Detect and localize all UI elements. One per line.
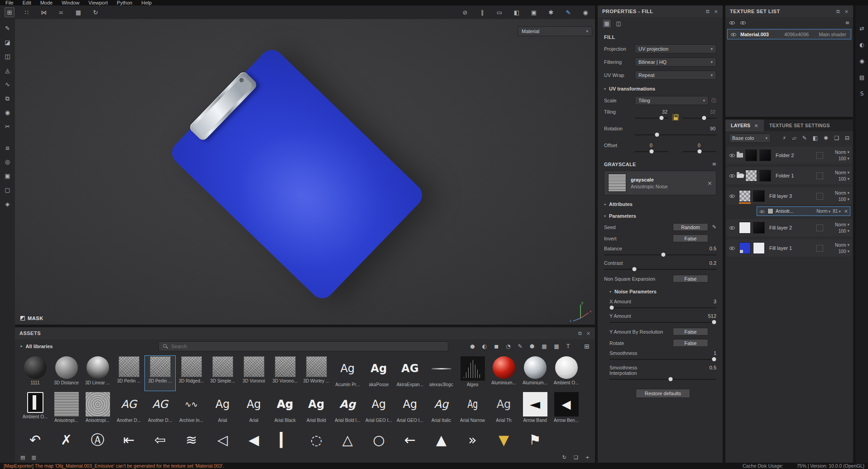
asset-item[interactable]: ▲ bbox=[426, 427, 457, 452]
invert-toggle-button[interactable]: False bbox=[673, 234, 708, 242]
visibility-eye-icon[interactable] bbox=[729, 193, 735, 199]
close-icon[interactable]: × bbox=[714, 9, 718, 14]
asset-item[interactable]: AG AkiraExpan... bbox=[394, 355, 426, 391]
asset-item[interactable]: Ambient O... bbox=[551, 355, 582, 391]
delete-layer-icon[interactable]: ⊟ bbox=[845, 135, 849, 141]
tab-texture-set-settings[interactable]: TEXTURE SET SETTINGS bbox=[764, 120, 835, 131]
asset-item[interactable]: 3D Ridged... bbox=[176, 355, 207, 391]
uv-view-tool[interactable]: ▢ bbox=[3, 185, 12, 195]
material-view-icon[interactable]: ◧ bbox=[512, 7, 522, 17]
offset-x-slider[interactable] bbox=[635, 149, 668, 154]
opacity-dropdown[interactable]: 100▾ bbox=[839, 156, 849, 161]
layer-mask-thumbnail[interactable] bbox=[753, 222, 765, 234]
remove-resource-icon[interactable]: × bbox=[707, 180, 712, 187]
asset-item[interactable]: Ag Arial Narrow bbox=[457, 391, 488, 427]
layer-row-folder-2[interactable]: Folder 2 Norm▾ 100▾ bbox=[727, 147, 852, 164]
camera-view-icon[interactable]: ▣ bbox=[529, 7, 539, 17]
asset-item[interactable]: Ag Arial Italic bbox=[426, 391, 457, 427]
viewport-material-dropdown[interactable]: Material ▾ bbox=[518, 26, 592, 36]
shader-settings-icon[interactable]: ◐ bbox=[859, 42, 864, 48]
layer-row-fill-layer-1[interactable]: Fill layer 1 Norm▾ 100▾ bbox=[727, 239, 852, 257]
rotation-slider[interactable] bbox=[635, 132, 716, 137]
display-settings-icon[interactable]: ◉ bbox=[859, 58, 864, 64]
asset-item[interactable]: 3D Linear ... bbox=[82, 355, 113, 391]
texture-set-row[interactable]: Material.003 4096x4096 Main shader bbox=[727, 29, 851, 39]
brushes-filter-icon[interactable]: ✎ bbox=[518, 343, 523, 349]
asset-item[interactable]: ✗ bbox=[51, 427, 82, 452]
mask-slot[interactable] bbox=[816, 193, 823, 200]
asset-item[interactable]: Ag akaPosse bbox=[363, 355, 394, 391]
asset-item[interactable]: AG Another D... bbox=[144, 391, 176, 427]
add-asset-icon[interactable]: + bbox=[585, 455, 590, 460]
asset-item[interactable]: alexav3logc bbox=[426, 355, 457, 391]
blend-mode-dropdown[interactable]: Norm▾ bbox=[816, 209, 830, 214]
viewport-3d[interactable]: Material ▾ MASK y x z bbox=[15, 19, 595, 325]
asset-item[interactable]: ▼ bbox=[488, 427, 519, 452]
layer-row-folder-1[interactable]: Folder 1 Norm▾ 100▾ bbox=[727, 167, 852, 184]
textures-filter-icon[interactable]: ▩ bbox=[554, 343, 559, 349]
asset-item[interactable]: Anisotropi... bbox=[51, 391, 82, 427]
asset-item[interactable]: ≋ bbox=[176, 427, 207, 452]
list-view-icon[interactable]: ▤ bbox=[20, 455, 25, 460]
search-input[interactable] bbox=[171, 344, 444, 349]
mask-slot[interactable] bbox=[816, 152, 823, 159]
smoothness-slider[interactable] bbox=[609, 357, 716, 362]
asset-item[interactable]: ▎ bbox=[269, 427, 301, 452]
visibility-eye-icon[interactable] bbox=[729, 172, 735, 179]
symmetry-settings-icon[interactable]: ≍ bbox=[56, 7, 66, 17]
asset-item[interactable]: Algea bbox=[457, 355, 488, 391]
asset-item[interactable]: Ag Arial bbox=[207, 391, 238, 427]
particles-filter-icon[interactable]: ⬢ bbox=[530, 343, 534, 349]
uv-transformations-section-header[interactable]: ▾ UV transformations bbox=[604, 86, 716, 91]
asset-item[interactable]: Ambient O... bbox=[19, 391, 51, 427]
collapse-panels-icon[interactable]: ⇄ bbox=[859, 25, 864, 32]
blend-mode-dropdown[interactable]: Norm▾ bbox=[835, 170, 849, 175]
pause-engine-icon[interactable]: ∥ bbox=[477, 7, 487, 17]
menu-item[interactable]: Viewport bbox=[88, 0, 108, 5]
smoothness-interpolation-slider[interactable] bbox=[609, 377, 716, 382]
grid-view-icon[interactable]: ⊞ bbox=[584, 343, 590, 350]
add-smart-material-icon[interactable]: ◧ bbox=[813, 135, 818, 141]
asset-item[interactable]: AG Another D... bbox=[113, 391, 144, 427]
layer-content-thumbnail[interactable] bbox=[745, 149, 757, 161]
clipboard-3d-model[interactable] bbox=[167, 45, 427, 303]
asset-item[interactable]: 1111 bbox=[19, 355, 51, 391]
asset-search-box[interactable] bbox=[158, 341, 448, 351]
contrast-slider[interactable] bbox=[604, 267, 716, 272]
asset-item[interactable]: ◀ Arrow Ben... bbox=[551, 391, 582, 427]
non-square-expansion-toggle[interactable]: False bbox=[673, 275, 708, 282]
material-picker-tool[interactable]: ◉ bbox=[3, 108, 12, 117]
import-folder-icon[interactable]: ❏ bbox=[574, 455, 578, 460]
blend-mode-dropdown[interactable]: Norm▾ bbox=[835, 150, 849, 155]
plugins-panel-icon[interactable]: S bbox=[860, 91, 864, 97]
pixel-grid-icon[interactable]: ∷ bbox=[22, 7, 32, 17]
layer-mask-thumbnail[interactable] bbox=[753, 190, 765, 202]
offset-y-slider[interactable] bbox=[683, 149, 716, 154]
add-mask-icon[interactable]: ⚡ bbox=[782, 135, 786, 141]
hamburger-menu-icon[interactable]: ≡ bbox=[845, 20, 849, 26]
tiling-y-value[interactable]: 32 bbox=[683, 109, 716, 115]
asset-item[interactable]: ○ bbox=[363, 427, 394, 452]
show-all-eye-icon[interactable] bbox=[729, 19, 735, 26]
library-breadcrumb[interactable]: ▾ All libraries bbox=[20, 344, 154, 349]
undock-panel-icon[interactable]: ⧉ bbox=[578, 330, 582, 336]
properties-tab-grid-icon[interactable]: ▦ bbox=[602, 19, 611, 28]
solo-eye-icon[interactable] bbox=[740, 19, 746, 26]
balance-value[interactable]: 0.5 bbox=[710, 246, 716, 251]
material-ball-tool[interactable]: ◈ bbox=[3, 199, 12, 209]
smoothness-interpolation-value[interactable]: 0.5 bbox=[710, 365, 716, 376]
add-folder-icon[interactable]: ❏ bbox=[834, 135, 839, 141]
menu-item[interactable]: Mode bbox=[40, 0, 53, 5]
layer-row-fill-layer-2[interactable]: Fill layer 2 Norm▾ 100▾ bbox=[727, 219, 852, 236]
menu-item[interactable]: Python bbox=[117, 0, 132, 5]
attributes-section-header[interactable]: ▾ Attributes bbox=[604, 201, 716, 207]
layer-content-thumbnail[interactable] bbox=[739, 242, 751, 254]
visibility-eye-icon[interactable] bbox=[729, 245, 735, 251]
menu-item[interactable]: Help bbox=[141, 0, 152, 5]
asset-item[interactable]: Anisotropi... bbox=[82, 391, 113, 427]
properties-tab-split-icon[interactable]: ◫ bbox=[614, 19, 623, 28]
layer-mask-thumbnail[interactable] bbox=[753, 242, 765, 254]
history-panel-icon[interactable]: ▤ bbox=[859, 74, 864, 81]
undock-panel-icon[interactable]: ⧉ bbox=[706, 9, 710, 14]
asset-item[interactable]: ◄ Arrow Band bbox=[519, 391, 551, 427]
